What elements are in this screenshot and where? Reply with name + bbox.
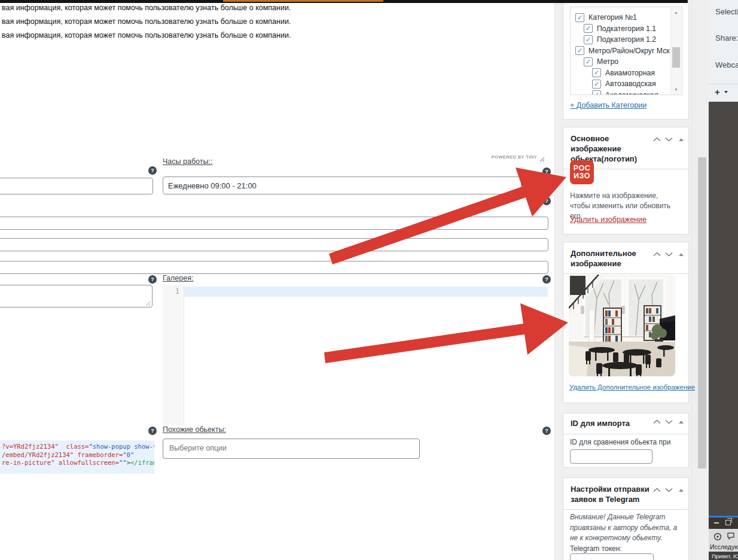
greeting-text: Привет, Юрий	[712, 553, 738, 559]
chat-bubble-icon[interactable]	[727, 532, 735, 540]
move-up-icon[interactable]	[653, 252, 661, 257]
delete-main-image-link[interactable]: Удалить изображение	[570, 215, 646, 224]
code-line: ?v=YRd2fjz2134" class="show-popup show-v…	[2, 443, 154, 451]
move-down-icon[interactable]	[665, 252, 673, 257]
move-up-icon[interactable]	[653, 419, 661, 424]
wide-input-2[interactable]	[0, 238, 548, 251]
checkbox-checked[interactable]: ✓	[584, 24, 593, 33]
powered-by-tiny-label[interactable]: POWERED BY TINY	[486, 154, 537, 160]
help-icon[interactable]: ?	[542, 427, 551, 435]
editor-resize-grip-icon[interactable]	[539, 156, 545, 162]
category-item[interactable]: ✓Подкатегория 1.2	[571, 34, 682, 45]
scroll-down-icon[interactable]: ▼	[671, 87, 681, 92]
add-button[interactable]: +	[715, 87, 720, 97]
category-item[interactable]: ✓Категория №1	[571, 12, 682, 23]
extra-image-panel-title: Дополнительное изображение	[563, 242, 688, 274]
collapse-toggle-icon[interactable]	[679, 489, 684, 492]
category-label: Подкатегория 1.2	[597, 35, 656, 44]
collapse-toggle-icon[interactable]	[679, 421, 684, 424]
main-image-logo[interactable]: РОС ИЗО	[570, 160, 594, 184]
add-categories-link[interactable]: + Добавить Категории	[570, 101, 646, 109]
help-icon[interactable]: ?	[542, 275, 551, 284]
left-column-textarea[interactable]	[0, 285, 153, 308]
category-item[interactable]: ✓Автозаводская	[571, 78, 682, 90]
checkbox-checked[interactable]: ✓	[592, 80, 601, 89]
collapse-toggle-icon[interactable]	[679, 253, 684, 256]
move-down-icon[interactable]	[665, 488, 673, 492]
category-label: Метро/Район/Округ Мск	[588, 47, 670, 55]
recorder-selection-label: Selectio	[715, 7, 738, 16]
editor-text-line: вая информация, которая может помочь пол…	[2, 4, 291, 12]
import-id-panel: ID для импорта ID для сравнения обьекта …	[563, 413, 689, 468]
gallery-code-editor[interactable]: 1	[163, 285, 548, 425]
textarea-resize-grip-icon[interactable]	[145, 301, 151, 306]
help-icon[interactable]: ?	[148, 166, 157, 175]
record-circle-icon[interactable]	[713, 532, 722, 541]
recorder-share-label: Share:	[715, 34, 738, 42]
left-column-input[interactable]	[0, 178, 153, 194]
wide-input-1[interactable]	[0, 217, 548, 230]
move-up-icon[interactable]	[653, 488, 661, 492]
category-item[interactable]: ✓Авиамоторная	[571, 68, 682, 79]
telegram-token-label: Telegram токен:	[570, 544, 622, 554]
embed-code-block[interactable]: ?v=YRd2fjz2134" class="show-popup show-v…	[0, 440, 154, 474]
top-orange-segment	[223, 0, 383, 2]
add-dropdown-caret-icon[interactable]	[724, 91, 728, 93]
explore-dropdown[interactable]: Исследую	[710, 543, 738, 550]
checkbox-checked[interactable]: ✓	[592, 90, 601, 95]
greeting-bar: Привет, Юрий	[709, 552, 738, 560]
page-scrollbar-thumb[interactable]	[698, 157, 706, 468]
hours-label: Часы работы::	[163, 157, 212, 166]
telegram-warning: Внимание! Данные Telegram привязаны к ав…	[570, 512, 682, 544]
checkbox-checked[interactable]: ✓	[584, 57, 593, 66]
interior-photo-illustration	[569, 275, 675, 376]
help-icon[interactable]: ?	[148, 275, 157, 284]
help-icon[interactable]: ?	[542, 168, 551, 176]
extra-image-photo[interactable]	[569, 275, 675, 376]
restore-window-icon[interactable]	[725, 520, 731, 525]
category-label: Категория №1	[588, 13, 637, 22]
move-up-icon[interactable]	[653, 137, 661, 142]
import-id-input[interactable]	[570, 449, 652, 464]
browser-tools-area: Исследую	[709, 529, 738, 552]
collapse-toggle-icon[interactable]	[679, 138, 684, 141]
category-item[interactable]: ✓Подкатегория 1.1	[571, 23, 682, 35]
category-scrollbar[interactable]: ▲ ▼	[670, 8, 681, 94]
editor-text-line: вая информация, которая может помочь пол…	[2, 17, 291, 26]
telegram-panel-title: Настройки отправки заявок в Telegram	[563, 478, 688, 510]
recorder-add-row: +	[709, 84, 738, 102]
scroll-up-icon[interactable]: ▲	[671, 10, 681, 14]
checkbox-checked[interactable]: ✓	[584, 35, 593, 44]
delete-extra-image-link[interactable]: Удалить Дополнительное изображение	[569, 384, 695, 391]
select-placeholder: Выберите опции	[169, 444, 227, 452]
category-item[interactable]: ✓Академическая	[571, 90, 682, 96]
category-label: Академическая	[605, 91, 658, 95]
category-item[interactable]: ✓Метро	[571, 56, 682, 68]
checkbox-checked[interactable]: ✓	[575, 46, 584, 55]
import-id-panel-title: ID для импорта	[563, 413, 688, 434]
active-line-highlight	[184, 287, 548, 297]
minimize-icon[interactable]	[714, 522, 719, 524]
content-right-border	[554, 0, 555, 560]
move-down-icon[interactable]	[665, 419, 673, 424]
dark-side-region	[709, 102, 738, 516]
main-image-panel: Основное изображение обьекта(логотип) РО…	[563, 127, 689, 235]
screen: вая информация, которая может помочь пол…	[0, 0, 738, 560]
similar-objects-label: Похожие обьекты:	[163, 425, 226, 434]
category-item[interactable]: ✓Метро/Район/Округ Мск	[571, 45, 682, 57]
move-down-icon[interactable]	[665, 137, 673, 142]
help-icon[interactable]: ?	[148, 427, 157, 435]
recorder-webcam-label: Webcam	[715, 60, 738, 69]
hours-input[interactable]	[163, 176, 522, 194]
checkbox-checked[interactable]: ✓	[592, 68, 601, 77]
checkbox-checked[interactable]: ✓	[575, 13, 584, 22]
recorder-panel: Selectio Share: Webcam +	[709, 0, 738, 102]
similar-objects-select[interactable]: Выберите опции	[163, 439, 420, 459]
category-scrollbar-thumb[interactable]	[672, 47, 680, 68]
code-line: re-in-picture" allowfullscreen=""></ifra…	[2, 459, 154, 467]
wide-input-3[interactable]	[0, 261, 548, 274]
category-checklist[interactable]: ✓Категория №1✓Подкатегория 1.1✓Подкатего…	[570, 7, 682, 95]
extra-image-panel: Дополнительное изображение	[563, 242, 689, 403]
telegram-token-input[interactable]	[570, 553, 654, 560]
help-icon[interactable]: ?	[542, 197, 551, 205]
